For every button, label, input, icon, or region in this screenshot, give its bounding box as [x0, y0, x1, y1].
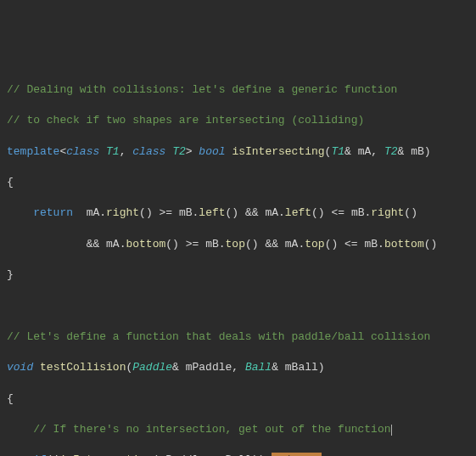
keyword: return	[33, 206, 73, 219]
type: T1	[106, 145, 120, 158]
code-editor[interactable]: // Dealing with collisions: let's define…	[7, 67, 469, 456]
code-line: return mA.right() >= mB.left() && mA.lef…	[7, 205, 469, 221]
code-line: // Let's define a function that deals wi…	[7, 329, 469, 345]
keyword: class	[66, 145, 99, 158]
code-line	[7, 299, 469, 314]
code-line: }	[7, 267, 469, 283]
code-line: if(!isIntersecting(mPaddle, mBall)) retu…	[7, 453, 469, 456]
function-name: testCollision	[40, 361, 126, 374]
keyword: class	[132, 145, 165, 158]
code-line: template<class T1, class T2> bool isInte…	[7, 144, 469, 160]
function-name: isIntersecting	[232, 145, 324, 158]
code-line: {	[7, 175, 469, 190]
comment: // Dealing with collisions: let's define…	[7, 83, 397, 96]
code-line: // If there's no intersection, get out o…	[7, 422, 469, 437]
comment: // to check if two shapes are intersecti…	[7, 114, 364, 127]
type-keyword: bool	[199, 145, 225, 158]
type: T2	[172, 145, 186, 158]
highlighted-return: return;	[272, 453, 322, 456]
code-line: void testCollision(Paddle& mPaddle, Ball…	[7, 360, 469, 375]
comment: // Let's define a function that deals wi…	[7, 330, 430, 343]
keyword: template	[7, 145, 59, 158]
code-line: && mA.bottom() >= mB.top() && mA.top() <…	[7, 237, 469, 252]
text-cursor	[391, 425, 392, 436]
code-line: // Dealing with collisions: let's define…	[7, 82, 469, 98]
type-keyword: void	[7, 361, 33, 374]
code-line: // to check if two shapes are intersecti…	[7, 113, 469, 128]
comment: // If there's no intersection, get out o…	[33, 423, 390, 436]
code-line: {	[7, 391, 469, 407]
